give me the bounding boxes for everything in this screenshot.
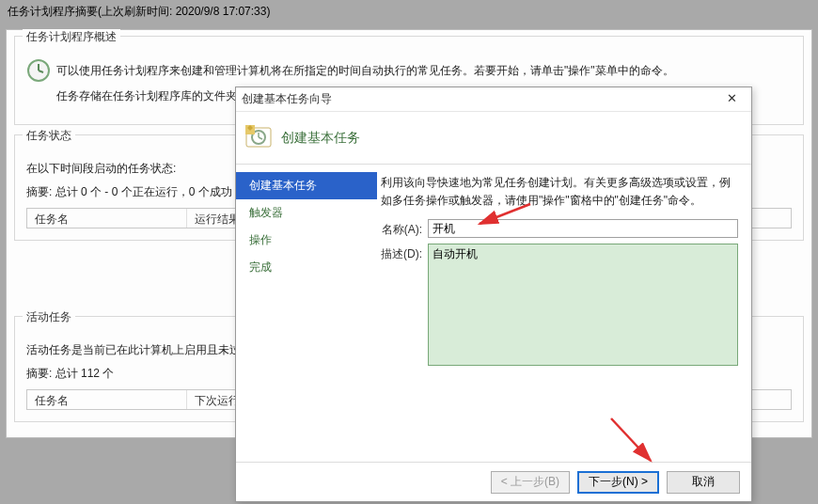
name-input[interactable] (428, 219, 738, 238)
page-title: 任务计划程序摘要(上次刷新时间: 2020/9/8 17:07:33) (0, 0, 818, 24)
dialog-header: 创建基本任务 (236, 112, 751, 165)
description-label: 描述(D): (381, 244, 428, 262)
step-finish[interactable]: 完成 (236, 254, 377, 281)
status-group-title: 任务状态 (23, 128, 75, 144)
name-label: 名称(A): (381, 219, 428, 238)
back-button: < 上一步(B) (491, 471, 570, 494)
cancel-button[interactable]: 取消 (667, 471, 740, 494)
description-textarea[interactable] (428, 244, 738, 366)
dialog-info-text: 利用该向导快速地为常见任务创建计划。有关更多高级选项或设置，例如多任务操作或触发… (381, 174, 738, 210)
next-button[interactable]: 下一步(N) > (577, 471, 659, 494)
step-create-basic-task[interactable]: 创建基本任务 (236, 172, 377, 199)
create-basic-task-wizard-dialog: 创建基本任务向导 ✕ 创建基本任务 创建基本任务 触发器 操作 完成 利用该向导… (235, 87, 752, 502)
active-col-taskname[interactable]: 任务名 (27, 390, 187, 409)
dialog-titlebar[interactable]: 创建基本任务向导 ✕ (236, 87, 751, 112)
overview-group-title: 任务计划程序概述 (23, 29, 120, 45)
step-action[interactable]: 操作 (236, 227, 377, 254)
step-trigger[interactable]: 触发器 (236, 199, 377, 227)
active-group-title: 活动任务 (23, 309, 75, 325)
dialog-main: 利用该向导快速地为常见任务创建计划。有关更多高级选项或设置，例如多任务操作或触发… (377, 165, 751, 462)
status-col-taskname[interactable]: 任务名 (27, 209, 187, 228)
wizard-icon (245, 123, 272, 152)
close-icon[interactable]: ✕ (717, 90, 746, 109)
dialog-footer: < 上一步(B) 下一步(N) > 取消 (236, 462, 751, 501)
clock-icon (26, 58, 51, 113)
wizard-steps-sidebar: 创建基本任务 触发器 操作 完成 (236, 165, 377, 462)
dialog-header-title: 创建基本任务 (281, 130, 360, 147)
overview-line1: 可以使用任务计划程序来创建和管理计算机将在所指定的时间自动执行的常见任务。若要开… (56, 62, 792, 80)
dialog-title: 创建基本任务向导 (242, 91, 717, 107)
